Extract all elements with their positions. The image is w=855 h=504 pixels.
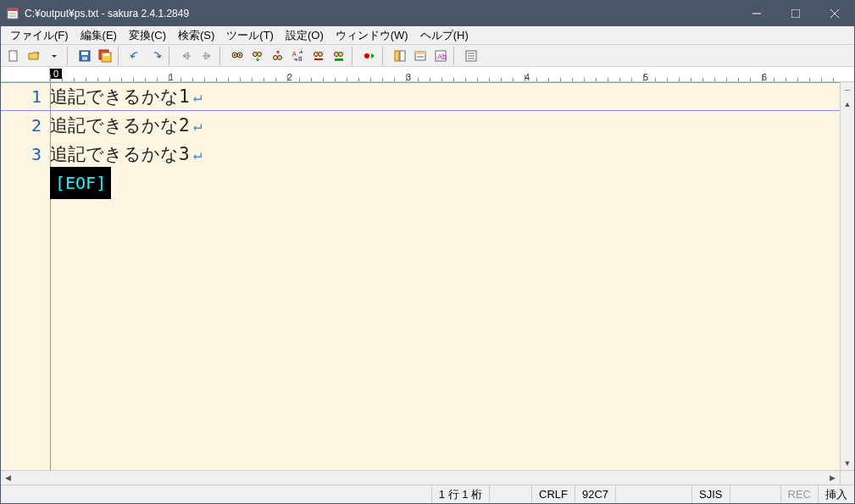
save-button[interactable] bbox=[75, 47, 94, 65]
text-editor[interactable]: 追記できるかな1↵ 追記できるかな2↵ 追記できるかな3↵ [EOF] bbox=[50, 82, 840, 470]
line-number-empty bbox=[1, 169, 42, 197]
vertical-scrollbar[interactable]: ─ ▲ ▼ bbox=[840, 82, 854, 470]
undo-button[interactable] bbox=[126, 47, 145, 65]
status-position: 1 行 1 桁 bbox=[431, 485, 489, 503]
crlf-icon: ↵ bbox=[193, 140, 203, 169]
text-line[interactable]: 追記できるかな2↵ bbox=[50, 111, 840, 140]
svg-point-28 bbox=[319, 52, 323, 56]
find-button[interactable] bbox=[228, 47, 247, 65]
menu-file[interactable]: ファイル(F) bbox=[4, 26, 75, 45]
outline-button[interactable] bbox=[391, 47, 409, 65]
toolbar-separator bbox=[352, 47, 357, 65]
status-charcode: 92C7 bbox=[575, 485, 615, 503]
svg-text:B: B bbox=[298, 56, 303, 62]
svg-point-24 bbox=[278, 55, 282, 59]
status-empty3 bbox=[730, 485, 780, 503]
svg-point-23 bbox=[274, 55, 278, 59]
svg-point-19 bbox=[234, 54, 236, 56]
toolbar-separator bbox=[67, 47, 72, 65]
svg-point-21 bbox=[253, 52, 258, 56]
properties-button[interactable] bbox=[462, 47, 480, 65]
text-line[interactable]: 追記できるかな3↵ bbox=[50, 140, 840, 169]
hscroll-track[interactable] bbox=[15, 471, 825, 485]
svg-point-22 bbox=[258, 52, 262, 56]
crlf-icon: ↵ bbox=[193, 111, 203, 140]
svg-rect-14 bbox=[103, 53, 109, 56]
svg-point-27 bbox=[314, 52, 319, 56]
svg-rect-10 bbox=[81, 52, 88, 55]
crlf-icon: ↵ bbox=[193, 82, 203, 111]
status-rec: REC bbox=[780, 485, 818, 503]
find-next-button[interactable] bbox=[248, 47, 267, 65]
menu-edit[interactable]: 編集(E) bbox=[75, 26, 123, 45]
status-empty bbox=[489, 485, 531, 503]
ruler: 0 1 2 3 4 5 6 bbox=[1, 67, 854, 82]
menu-tools[interactable]: ツール(T) bbox=[220, 26, 280, 45]
status-insert-mode: 挿入 bbox=[818, 485, 854, 503]
scroll-left-button[interactable]: ◀ bbox=[1, 471, 15, 485]
svg-point-33 bbox=[364, 53, 369, 58]
status-eol: CRLF bbox=[531, 485, 575, 503]
ruler-zero: 0 bbox=[50, 69, 62, 79]
scroll-track[interactable] bbox=[841, 111, 854, 456]
line-number: 2 bbox=[1, 111, 42, 140]
svg-rect-35 bbox=[400, 51, 405, 61]
find-prev-button[interactable] bbox=[269, 47, 287, 65]
menu-help[interactable]: ヘルプ(H) bbox=[414, 26, 475, 45]
svg-text:A: A bbox=[292, 51, 297, 57]
replace-button[interactable]: AB bbox=[289, 47, 308, 65]
svg-point-31 bbox=[339, 52, 343, 56]
scroll-split-button[interactable]: ─ bbox=[841, 82, 854, 97]
eof-line: [EOF] bbox=[50, 169, 840, 197]
menu-window[interactable]: ウィンドウ(W) bbox=[330, 26, 414, 45]
scroll-down-button[interactable]: ▼ bbox=[841, 456, 854, 470]
ruler-gutter bbox=[1, 67, 50, 81]
svg-rect-1 bbox=[8, 8, 18, 11]
svg-point-20 bbox=[239, 54, 241, 56]
grep-button[interactable] bbox=[330, 47, 348, 65]
ruler-scale: 0 1 2 3 4 5 6 bbox=[50, 67, 840, 81]
status-empty2 bbox=[615, 485, 691, 503]
scroll-up-button[interactable]: ▲ bbox=[841, 97, 854, 111]
close-button[interactable] bbox=[815, 1, 854, 26]
minimize-button[interactable] bbox=[737, 1, 776, 26]
typeset-button[interactable]: Ab bbox=[431, 47, 450, 65]
app-icon bbox=[6, 7, 19, 20]
text-line[interactable]: 追記できるかな1↵ bbox=[50, 82, 840, 111]
svg-text:Ab: Ab bbox=[437, 53, 447, 61]
save-all-button[interactable] bbox=[96, 47, 114, 65]
app-window: C:¥output¥ps.txt - sakura 2.4.1.2849 ファイ… bbox=[0, 0, 855, 504]
horizontal-scrollbar[interactable]: ◀ ▶ bbox=[1, 470, 854, 485]
line-text: 追記できるかな3 bbox=[50, 140, 190, 169]
redo-button[interactable] bbox=[147, 47, 165, 65]
toolbar-separator bbox=[453, 47, 458, 65]
toolbar-separator bbox=[169, 47, 174, 65]
nav-forward-button[interactable] bbox=[197, 47, 216, 65]
open-file-button[interactable] bbox=[25, 47, 43, 65]
titlebar: C:¥output¥ps.txt - sakura 2.4.1.2849 bbox=[1, 1, 854, 26]
ruler-corner bbox=[840, 67, 854, 81]
window-title: C:¥output¥ps.txt - sakura 2.4.1.2849 bbox=[25, 8, 737, 19]
scroll-corner bbox=[840, 471, 854, 485]
maximize-button[interactable] bbox=[776, 1, 815, 26]
eof-marker: [EOF] bbox=[50, 167, 111, 199]
new-file-button[interactable] bbox=[4, 47, 23, 65]
find-mark-button[interactable] bbox=[309, 47, 328, 65]
record-button[interactable] bbox=[360, 47, 379, 65]
line-number: 1 bbox=[1, 82, 42, 111]
line-text: 追記できるかな1 bbox=[50, 82, 190, 111]
open-dropdown-button[interactable] bbox=[45, 47, 64, 65]
line-number-gutter: 1 2 3 bbox=[1, 82, 50, 470]
window-list-button[interactable] bbox=[411, 47, 430, 65]
nav-back-button[interactable] bbox=[177, 47, 196, 65]
svg-rect-37 bbox=[415, 52, 425, 54]
toolbar-separator bbox=[219, 47, 225, 65]
svg-point-30 bbox=[335, 52, 339, 56]
menu-convert[interactable]: 変換(C) bbox=[123, 26, 172, 45]
svg-rect-5 bbox=[791, 9, 800, 18]
toolbar-separator bbox=[118, 47, 123, 65]
menu-search[interactable]: 検索(S) bbox=[172, 26, 220, 45]
window-controls bbox=[737, 1, 854, 26]
scroll-right-button[interactable]: ▶ bbox=[825, 471, 840, 485]
menu-settings[interactable]: 設定(O) bbox=[280, 26, 330, 45]
